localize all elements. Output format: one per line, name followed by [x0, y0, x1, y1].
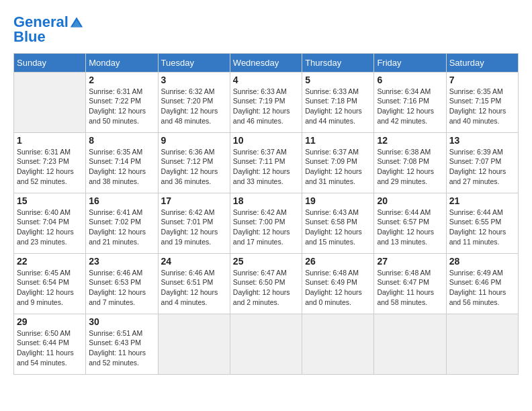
day-number: 9 — [161, 135, 227, 146]
calendar-cell: 3Sunrise: 6:32 AMSunset: 7:20 PMDaylight… — [158, 72, 230, 132]
day-info: Sunrise: 6:44 AMSunset: 6:55 PMDaylight:… — [449, 208, 515, 247]
day-info: Sunrise: 6:32 AMSunset: 7:20 PMDaylight:… — [161, 87, 227, 126]
calendar-cell: 19Sunrise: 6:43 AMSunset: 6:58 PMDayligh… — [302, 193, 374, 253]
day-info: Sunrise: 6:36 AMSunset: 7:12 PMDaylight:… — [161, 147, 227, 187]
calendar-cell: 26Sunrise: 6:48 AMSunset: 6:49 PMDayligh… — [302, 253, 374, 314]
calendar-week-1: 1Sunrise: 6:31 AMSunset: 7:23 PMDaylight… — [14, 132, 519, 193]
calendar-cell: 8Sunrise: 6:35 AMSunset: 7:14 PMDaylight… — [86, 132, 158, 193]
day-number: 22 — [17, 256, 83, 267]
day-number: 6 — [377, 75, 443, 85]
day-info: Sunrise: 6:40 AMSunset: 7:04 PMDaylight:… — [17, 208, 83, 247]
calendar-week-4: 29Sunrise: 6:50 AMSunset: 6:44 PMDayligh… — [14, 314, 519, 374]
day-info: Sunrise: 6:44 AMSunset: 6:57 PMDaylight:… — [377, 208, 443, 247]
day-number: 24 — [161, 256, 227, 267]
calendar-week-3: 22Sunrise: 6:45 AMSunset: 6:54 PMDayligh… — [14, 253, 519, 314]
calendar-cell: 18Sunrise: 6:42 AMSunset: 7:00 PMDayligh… — [230, 193, 302, 253]
weekday-header-monday: Monday — [86, 53, 158, 72]
calendar-cell: 23Sunrise: 6:46 AMSunset: 6:53 PMDayligh… — [86, 253, 158, 314]
calendar-cell: 1Sunrise: 6:31 AMSunset: 7:23 PMDaylight… — [14, 132, 86, 193]
calendar-week-0: 2Sunrise: 6:31 AMSunset: 7:22 PMDaylight… — [14, 72, 519, 132]
day-info: Sunrise: 6:48 AMSunset: 6:47 PMDaylight:… — [377, 268, 443, 308]
day-number: 4 — [233, 75, 299, 85]
day-info: Sunrise: 6:41 AMSunset: 7:02 PMDaylight:… — [89, 208, 154, 247]
day-info: Sunrise: 6:38 AMSunset: 7:08 PMDaylight:… — [377, 147, 443, 187]
calendar-cell: 28Sunrise: 6:49 AMSunset: 6:46 PMDayligh… — [446, 253, 518, 314]
calendar-cell — [14, 72, 86, 132]
calendar-cell: 30Sunrise: 6:51 AMSunset: 6:43 PMDayligh… — [86, 314, 158, 374]
day-number: 1 — [17, 135, 83, 146]
day-number: 16 — [89, 195, 154, 206]
weekday-header-saturday: Saturday — [446, 53, 518, 72]
calendar-cell: 15Sunrise: 6:40 AMSunset: 7:04 PMDayligh… — [14, 193, 86, 253]
day-info: Sunrise: 6:50 AMSunset: 6:44 PMDaylight:… — [17, 328, 83, 368]
day-number: 7 — [449, 75, 515, 85]
calendar-cell: 13Sunrise: 6:39 AMSunset: 7:07 PMDayligh… — [446, 132, 518, 193]
day-number: 19 — [305, 195, 371, 206]
calendar-cell: 25Sunrise: 6:47 AMSunset: 6:50 PMDayligh… — [230, 253, 302, 314]
day-number: 21 — [449, 195, 515, 206]
day-info: Sunrise: 6:42 AMSunset: 7:00 PMDaylight:… — [233, 208, 299, 247]
day-number: 20 — [377, 195, 443, 206]
calendar-cell — [374, 314, 446, 374]
day-number: 28 — [449, 256, 515, 267]
calendar-cell: 5Sunrise: 6:33 AMSunset: 7:18 PMDaylight… — [302, 72, 374, 132]
day-number: 3 — [161, 75, 227, 85]
calendar-cell — [446, 314, 518, 374]
weekday-header-wednesday: Wednesday — [230, 53, 302, 72]
day-info: Sunrise: 6:35 AMSunset: 7:14 PMDaylight:… — [89, 147, 154, 187]
day-info: Sunrise: 6:46 AMSunset: 6:51 PMDaylight:… — [161, 268, 227, 308]
day-number: 18 — [233, 195, 299, 206]
day-info: Sunrise: 6:42 AMSunset: 7:01 PMDaylight:… — [161, 208, 227, 247]
calendar-cell: 11Sunrise: 6:37 AMSunset: 7:09 PMDayligh… — [302, 132, 374, 193]
calendar-cell: 7Sunrise: 6:35 AMSunset: 7:15 PMDaylight… — [446, 72, 518, 132]
calendar-cell — [302, 314, 374, 374]
day-info: Sunrise: 6:33 AMSunset: 7:18 PMDaylight:… — [305, 87, 371, 126]
calendar-cell: 2Sunrise: 6:31 AMSunset: 7:22 PMDaylight… — [86, 72, 158, 132]
calendar-cell — [230, 314, 302, 374]
day-info: Sunrise: 6:39 AMSunset: 7:07 PMDaylight:… — [449, 147, 515, 187]
calendar-cell: 21Sunrise: 6:44 AMSunset: 6:55 PMDayligh… — [446, 193, 518, 253]
calendar-cell: 4Sunrise: 6:33 AMSunset: 7:19 PMDaylight… — [230, 72, 302, 132]
day-info: Sunrise: 6:37 AMSunset: 7:09 PMDaylight:… — [305, 147, 371, 187]
weekday-header-thursday: Thursday — [302, 53, 374, 72]
day-number: 17 — [161, 195, 227, 206]
day-number: 5 — [305, 75, 371, 85]
calendar-cell: 17Sunrise: 6:42 AMSunset: 7:01 PMDayligh… — [158, 193, 230, 253]
day-number: 26 — [305, 256, 371, 267]
calendar-cell: 27Sunrise: 6:48 AMSunset: 6:47 PMDayligh… — [374, 253, 446, 314]
day-info: Sunrise: 6:48 AMSunset: 6:49 PMDaylight:… — [305, 268, 371, 308]
calendar-cell — [158, 314, 230, 374]
day-info: Sunrise: 6:47 AMSunset: 6:50 PMDaylight:… — [233, 268, 299, 308]
calendar-cell: 9Sunrise: 6:36 AMSunset: 7:12 PMDaylight… — [158, 132, 230, 193]
calendar-cell: 10Sunrise: 6:37 AMSunset: 7:11 PMDayligh… — [230, 132, 302, 193]
day-number: 11 — [305, 135, 371, 146]
weekday-header-sunday: Sunday — [14, 53, 86, 72]
day-number: 30 — [89, 316, 154, 327]
calendar-cell: 6Sunrise: 6:34 AMSunset: 7:16 PMDaylight… — [374, 72, 446, 132]
day-info: Sunrise: 6:49 AMSunset: 6:46 PMDaylight:… — [449, 268, 515, 308]
calendar-cell: 12Sunrise: 6:38 AMSunset: 7:08 PMDayligh… — [374, 132, 446, 193]
calendar-cell: 16Sunrise: 6:41 AMSunset: 7:02 PMDayligh… — [86, 193, 158, 253]
day-info: Sunrise: 6:51 AMSunset: 6:43 PMDaylight:… — [89, 328, 154, 368]
day-info: Sunrise: 6:43 AMSunset: 6:58 PMDaylight:… — [305, 208, 371, 247]
day-number: 8 — [89, 135, 154, 146]
calendar-week-2: 15Sunrise: 6:40 AMSunset: 7:04 PMDayligh… — [14, 193, 519, 253]
calendar-cell: 24Sunrise: 6:46 AMSunset: 6:51 PMDayligh… — [158, 253, 230, 314]
weekday-header-friday: Friday — [374, 53, 446, 72]
day-info: Sunrise: 6:31 AMSunset: 7:23 PMDaylight:… — [17, 147, 83, 187]
day-info: Sunrise: 6:35 AMSunset: 7:15 PMDaylight:… — [449, 87, 515, 126]
calendar-table: SundayMondayTuesdayWednesdayThursdayFrid… — [13, 53, 519, 375]
calendar-cell: 22Sunrise: 6:45 AMSunset: 6:54 PMDayligh… — [14, 253, 86, 314]
day-number: 2 — [89, 75, 154, 85]
logo: General Blue — [13, 13, 83, 46]
calendar-cell: 29Sunrise: 6:50 AMSunset: 6:44 PMDayligh… — [14, 314, 86, 374]
day-info: Sunrise: 6:31 AMSunset: 7:22 PMDaylight:… — [89, 87, 154, 126]
day-number: 13 — [449, 135, 515, 146]
calendar-cell: 20Sunrise: 6:44 AMSunset: 6:57 PMDayligh… — [374, 193, 446, 253]
day-number: 12 — [377, 135, 443, 146]
day-info: Sunrise: 6:46 AMSunset: 6:53 PMDaylight:… — [89, 268, 154, 308]
day-info: Sunrise: 6:37 AMSunset: 7:11 PMDaylight:… — [233, 147, 299, 187]
day-info: Sunrise: 6:33 AMSunset: 7:19 PMDaylight:… — [233, 87, 299, 126]
day-info: Sunrise: 6:34 AMSunset: 7:16 PMDaylight:… — [377, 87, 443, 126]
day-number: 23 — [89, 256, 154, 267]
